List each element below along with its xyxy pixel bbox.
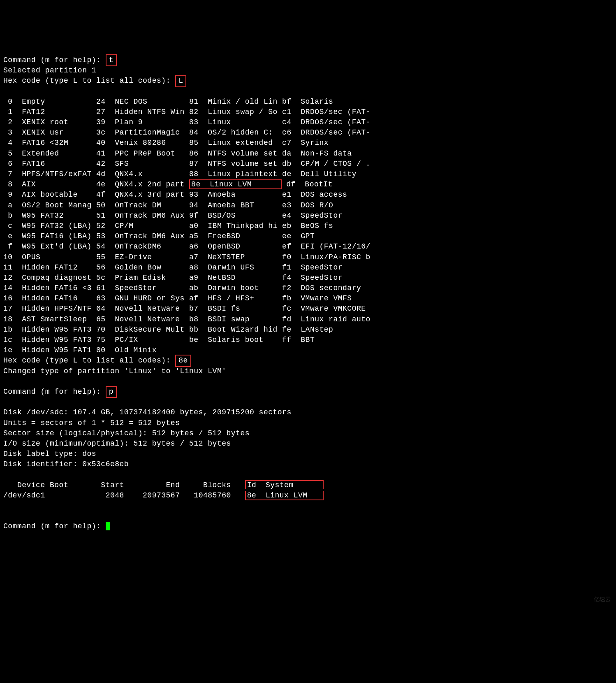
table-row: 6 FAT16 42 SFS 87 NTFS volume set db CP/… bbox=[3, 159, 613, 169]
table-row: 1b Hidden W95 FAT3 70 DiskSecure Mult bb… bbox=[3, 325, 613, 335]
disk-info-block: Disk /dev/sdc: 107.4 GB, 107374182400 by… bbox=[3, 407, 613, 469]
prompt-command-3: Command (m for help): bbox=[3, 522, 106, 530]
table-row: 18 AST SmartSleep 65 Novell Netware b8 B… bbox=[3, 314, 613, 325]
disk-info-line: Units = sectors of 1 * 512 = 512 bytes bbox=[3, 418, 613, 428]
table-row: 17 Hidden HPFS/NTF 64 Novell Netware b7 … bbox=[3, 304, 613, 314]
disk-info-line: Disk /dev/sdc: 107.4 GB, 107374182400 by… bbox=[3, 407, 613, 418]
table-row: e W95 FAT16 (LBA) 53 OnTrack DM6 Aux a5 … bbox=[3, 231, 613, 242]
table-row: 12 Compaq diagnost 5c Priam Edisk a9 Net… bbox=[3, 273, 613, 283]
input-L[interactable]: L bbox=[175, 75, 186, 87]
table-row: 4 FAT16 <32M 40 Venix 80286 85 Linux ext… bbox=[3, 138, 613, 148]
table-row: 9 AIX bootable 4f QNX4.x 3rd part 93 Amo… bbox=[3, 190, 613, 200]
terminal-output: Command (m for help): t Selected partiti… bbox=[3, 45, 613, 532]
input-t[interactable]: t bbox=[106, 54, 117, 66]
prompt-hex-2: Hex code (type L to list all codes): bbox=[3, 356, 175, 365]
table-row: 7 HPFS/NTFS/exFAT 4d QNX4.x 88 Linux pla… bbox=[3, 169, 613, 179]
partition-table: Device Boot Start End Blocks Id System /… bbox=[3, 480, 613, 511]
table-row: 1e Hidden W95 FAT1 80 Old Minix bbox=[3, 345, 613, 355]
hex-code-table: 0 Empty 24 NEC DOS 81 Minix / old Lin bf… bbox=[3, 97, 613, 356]
disk-info-line: I/O size (minimum/optimal): 512 bytes / … bbox=[3, 439, 613, 449]
table-row: 5 Extended 41 PPC PReP Boot 86 NTFS volu… bbox=[3, 149, 613, 159]
input-p[interactable]: p bbox=[106, 386, 117, 398]
prompt-command-2: Command (m for help): bbox=[3, 388, 106, 396]
table-row: 10 OPUS 55 EZ-Drive a7 NeXTSTEP f0 Linux… bbox=[3, 252, 613, 263]
table-row: 1c Hidden W95 FAT3 75 PC/IX be Solaris b… bbox=[3, 335, 613, 345]
input-8e[interactable]: 8e bbox=[175, 355, 191, 367]
prompt-hex: Hex code (type L to list all codes): bbox=[3, 77, 175, 85]
msg-changed: Changed type of partition 'Linux' to 'Li… bbox=[3, 367, 226, 375]
table-row: 16 Hidden FAT16 63 GNU HURD or Sys af HF… bbox=[3, 293, 613, 304]
table-row: 11 Hidden FAT12 56 Golden Bow a8 Darwin … bbox=[3, 263, 613, 273]
table-row: 3 XENIX usr 3c PartitionMagic 84 OS/2 hi… bbox=[3, 128, 613, 138]
table-row: a OS/2 Boot Manag 50 OnTrack DM 94 Amoeb… bbox=[3, 200, 613, 211]
prompt-command: Command (m for help): bbox=[3, 56, 106, 64]
table-row: 8 AIX 4e QNX4.x 2nd part 8e Linux LVM df… bbox=[3, 179, 613, 190]
disk-info-line: Sector size (logical/physical): 512 byte… bbox=[3, 428, 613, 439]
disk-info-line: Disk label type: dos bbox=[3, 449, 613, 459]
cursor-icon bbox=[106, 522, 110, 530]
linux-lvm-highlight: 8e Linux LVM bbox=[189, 179, 282, 189]
table-row: 0 Empty 24 NEC DOS 81 Minix / old Lin bf… bbox=[3, 97, 613, 107]
msg-selected: Selected partition 1 bbox=[3, 66, 96, 74]
watermark-label: 亿速云 bbox=[594, 595, 611, 604]
id-system-data-highlight: 8e Linux LVM bbox=[245, 491, 324, 500]
partition-data-row: /dev/sdc1 2048 20973567 10485760 8e Linu… bbox=[3, 490, 613, 501]
table-row: b W95 FAT32 51 OnTrack DM6 Aux 9f BSD/OS… bbox=[3, 211, 613, 221]
table-row: c W95 FAT32 (LBA) 52 CP/M a0 IBM Thinkpa… bbox=[3, 221, 613, 231]
partition-header-row: Device Boot Start End Blocks Id System bbox=[3, 480, 613, 490]
table-row: 1 FAT12 27 Hidden NTFS Win 82 Linux swap… bbox=[3, 107, 613, 117]
disk-info-line: Disk identifier: 0x53c6e8eb bbox=[3, 459, 613, 469]
id-system-header-highlight: Id System bbox=[245, 480, 324, 489]
table-row: 2 XENIX root 39 Plan 9 83 Linux c4 DRDOS… bbox=[3, 117, 613, 128]
table-row: 14 Hidden FAT16 <3 61 SpeedStor ab Darwi… bbox=[3, 283, 613, 293]
table-row: f W95 Ext'd (LBA) 54 OnTrackDM6 a6 OpenB… bbox=[3, 242, 613, 252]
